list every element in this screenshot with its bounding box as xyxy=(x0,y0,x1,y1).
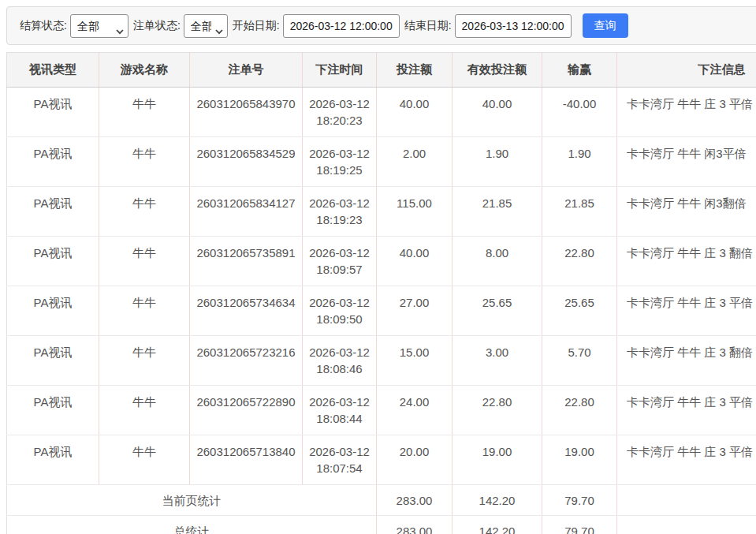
current-page-valid-total: 142.20 xyxy=(452,485,542,516)
cell-bet-id: 260312065713840 xyxy=(190,435,303,485)
cell-game-name: 牛牛 xyxy=(99,386,190,435)
table-row: PA视讯牛牛2603120657358912026-03-12 18:09:57… xyxy=(7,237,756,286)
cell-valid-amount: 21.85 xyxy=(452,187,542,237)
header-game-name: 游戏名称 xyxy=(99,53,190,88)
cell-bet-amount: 24.00 xyxy=(377,386,452,435)
cell-bet-time: 2026-03-12 18:07:54 xyxy=(303,435,377,485)
cell-valid-amount: 40.00 xyxy=(452,88,542,137)
cell-bet-time: 2026-03-12 18:08:44 xyxy=(303,386,377,435)
header-bet-amount: 投注额 xyxy=(377,53,452,88)
cell-bet-id: 260312065734634 xyxy=(190,286,303,336)
cell-bet-id: 260312065843970 xyxy=(190,88,303,137)
cell-bet-info: 卡卡湾厅 牛牛 庄 3 平倍 xyxy=(617,88,756,137)
cell-win-loss: -40.00 xyxy=(542,88,617,137)
cell-valid-amount: 8.00 xyxy=(452,237,542,286)
header-video-type: 视讯类型 xyxy=(7,53,99,88)
cell-bet-time: 2026-03-12 18:09:57 xyxy=(303,237,377,286)
grand-total-amount: 283.00 xyxy=(377,516,452,534)
cell-game-name: 牛牛 xyxy=(99,435,190,485)
cell-bet-id: 260312065834529 xyxy=(190,137,303,187)
cell-bet-id: 260312065735891 xyxy=(190,237,303,286)
cell-game-name: 牛牛 xyxy=(99,286,190,336)
header-win-loss: 输赢 xyxy=(542,53,617,88)
query-button[interactable]: 查询 xyxy=(583,13,628,38)
end-date-label: 结束日期: xyxy=(404,19,452,33)
settle-status-select[interactable]: 全部 xyxy=(70,14,128,38)
start-date-label: 开始日期: xyxy=(233,19,280,33)
table-row: PA视讯牛牛2603120658439702026-03-12 18:20:23… xyxy=(7,88,756,137)
cell-bet-amount: 115.00 xyxy=(377,187,452,237)
settle-status-label: 结算状态: xyxy=(20,19,67,33)
cell-valid-amount: 22.80 xyxy=(452,386,542,435)
cell-bet-time: 2026-03-12 18:09:50 xyxy=(303,286,377,336)
page: 结算状态: 全部 注单状态: 全部 开始日期: 结束日期: 查询 xyxy=(0,0,756,534)
cell-game-name: 牛牛 xyxy=(99,88,190,137)
bet-status-label: 注单状态: xyxy=(133,19,181,33)
cell-bet-amount: 27.00 xyxy=(377,286,452,336)
cell-game-name: 牛牛 xyxy=(99,187,190,237)
table-row: PA视讯牛牛2603120657138402026-03-12 18:07:54… xyxy=(7,435,756,485)
cell-bet-time: 2026-03-12 18:19:25 xyxy=(303,137,377,187)
cell-video-type: PA视讯 xyxy=(7,237,99,286)
cell-game-name: 牛牛 xyxy=(99,336,190,386)
cell-bet-id: 260312065723216 xyxy=(190,336,303,386)
current-page-stats-label: 当前页统计 xyxy=(7,485,377,516)
header-bet-id: 注单号 xyxy=(190,53,303,88)
table-row: PA视讯牛牛2603120657228902026-03-12 18:08:44… xyxy=(7,386,756,435)
table-row: PA视讯牛牛2603120658341272026-03-12 18:19:23… xyxy=(7,187,756,237)
current-page-info-empty xyxy=(617,485,756,516)
cell-bet-info: 卡卡湾厅 牛牛 庄 3 平倍 xyxy=(617,386,756,435)
cell-bet-id: 260312065834127 xyxy=(190,187,303,237)
cell-win-loss: 21.85 xyxy=(542,187,617,237)
cell-video-type: PA视讯 xyxy=(7,386,99,435)
settle-status-select-wrap: 全部 xyxy=(70,14,128,38)
cell-win-loss: 5.70 xyxy=(542,336,617,386)
start-date-input[interactable] xyxy=(283,14,400,38)
cell-video-type: PA视讯 xyxy=(7,435,99,485)
current-page-stats-row: 当前页统计 283.00 142.20 79.70 xyxy=(7,485,756,516)
filter-bar: 结算状态: 全部 注单状态: 全部 开始日期: 结束日期: 查询 xyxy=(6,6,756,45)
grand-total-stats-label: 总统计 xyxy=(7,516,377,534)
current-page-amount-total: 283.00 xyxy=(377,485,452,516)
cell-video-type: PA视讯 xyxy=(7,336,99,386)
records-table: 视讯类型 游戏名称 注单号 下注时间 投注额 有效投注额 输赢 下注信息 PA视… xyxy=(6,52,756,534)
cell-bet-info: 卡卡湾厅 牛牛 闲3平倍 xyxy=(617,137,756,187)
cell-bet-info: 卡卡湾厅 牛牛 庄 3 翻倍 xyxy=(617,336,756,386)
table-header-row: 视讯类型 游戏名称 注单号 下注时间 投注额 有效投注额 输赢 下注信息 xyxy=(7,53,756,88)
cell-bet-time: 2026-03-12 18:20:23 xyxy=(303,88,377,137)
end-date-input[interactable] xyxy=(455,14,572,38)
records-table-wrap: 视讯类型 游戏名称 注单号 下注时间 投注额 有效投注额 输赢 下注信息 PA视… xyxy=(6,52,750,534)
cell-win-loss: 19.00 xyxy=(542,435,617,485)
bet-status-select-wrap: 全部 xyxy=(184,14,228,38)
cell-game-name: 牛牛 xyxy=(99,137,190,187)
cell-bet-info: 卡卡湾厅 牛牛 庄 3 平倍 xyxy=(617,286,756,336)
cell-video-type: PA视讯 xyxy=(7,137,99,187)
table-row: PA视讯牛牛2603120657346342026-03-12 18:09:50… xyxy=(7,286,756,336)
cell-video-type: PA视讯 xyxy=(7,187,99,237)
bet-status-select[interactable]: 全部 xyxy=(184,14,228,38)
cell-game-name: 牛牛 xyxy=(99,237,190,286)
grand-total-info-empty xyxy=(617,516,756,534)
cell-bet-amount: 2.00 xyxy=(377,137,452,187)
cell-valid-amount: 1.90 xyxy=(452,137,542,187)
cell-bet-info: 卡卡湾厅 牛牛 庄 3 翻倍 xyxy=(617,237,756,286)
grand-total-stats-row: 总统计 283.00 142.20 79.70 xyxy=(7,516,756,534)
current-page-winloss-total: 79.70 xyxy=(542,485,617,516)
cell-valid-amount: 25.65 xyxy=(452,286,542,336)
cell-bet-info: 卡卡湾厅 牛牛 庄 3 平倍 xyxy=(617,435,756,485)
cell-win-loss: 1.90 xyxy=(542,137,617,187)
grand-total-winloss: 79.70 xyxy=(542,516,617,534)
grand-total-valid: 142.20 xyxy=(452,516,542,534)
header-valid-amount: 有效投注额 xyxy=(452,53,542,88)
cell-bet-amount: 40.00 xyxy=(377,237,452,286)
cell-bet-amount: 20.00 xyxy=(377,435,452,485)
cell-valid-amount: 3.00 xyxy=(452,336,542,386)
cell-video-type: PA视讯 xyxy=(7,286,99,336)
cell-bet-time: 2026-03-12 18:08:46 xyxy=(303,336,377,386)
cell-bet-amount: 15.00 xyxy=(377,336,452,386)
table-row: PA视讯牛牛2603120657232162026-03-12 18:08:46… xyxy=(7,336,756,386)
cell-win-loss: 25.65 xyxy=(542,286,617,336)
cell-valid-amount: 19.00 xyxy=(452,435,542,485)
cell-win-loss: 22.80 xyxy=(542,237,617,286)
header-bet-time: 下注时间 xyxy=(303,53,377,88)
